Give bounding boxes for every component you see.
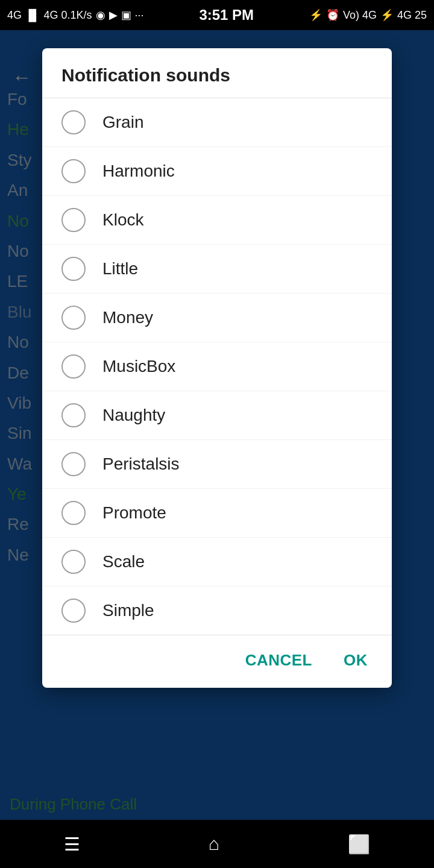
list-item[interactable]: Little xyxy=(42,245,392,294)
radio-musicbox[interactable] xyxy=(61,354,86,379)
radio-little[interactable] xyxy=(61,257,86,281)
sound-label-money: Money xyxy=(102,308,153,327)
sound-label-peristalsis: Peristalsis xyxy=(102,454,180,474)
sound-label-promote: Promote xyxy=(102,503,166,523)
cancel-button[interactable]: CANCEL xyxy=(236,645,322,676)
radio-klock[interactable] xyxy=(61,208,86,232)
status-time: 3:51 PM xyxy=(199,7,254,24)
play-icon: ▶ xyxy=(109,8,118,22)
status-left: 4G ▐▌ 4G 0.1K/s ◉ ▶ ▣ ··· xyxy=(7,8,144,22)
list-item[interactable]: Klock xyxy=(42,196,392,245)
sound-label-simple: Simple xyxy=(102,601,154,620)
speed-indicator: 4G 0.1K/s xyxy=(44,9,92,22)
sound-label-grain: Grain xyxy=(102,113,143,132)
sound-options-list: Grain Harmonic Klock Little Money MusicB xyxy=(42,98,392,635)
menu-nav-icon[interactable]: ☰ xyxy=(64,834,80,855)
bottom-nav-bar: ☰ ⌂ ⬜ xyxy=(0,820,434,868)
list-item[interactable]: MusicBox xyxy=(42,342,392,391)
sound-label-naughty: Naughty xyxy=(102,406,165,425)
sound-label-scale: Scale xyxy=(102,552,145,571)
lte-indicator: Vo) 4G xyxy=(343,9,377,22)
sound-label-musicbox: MusicBox xyxy=(102,357,175,376)
radio-naughty[interactable] xyxy=(61,403,86,427)
list-item[interactable]: Scale xyxy=(42,538,392,587)
list-item[interactable]: Harmonic xyxy=(42,147,392,196)
list-item[interactable]: Grain xyxy=(42,98,392,147)
list-item[interactable]: Promote xyxy=(42,489,392,538)
sound-label-klock: Klock xyxy=(102,210,143,230)
radio-grain[interactable] xyxy=(61,110,86,134)
audio-icon: ◉ xyxy=(96,8,105,22)
more-icon: ··· xyxy=(135,9,144,22)
home-nav-icon[interactable]: ⌂ xyxy=(209,834,219,854)
radio-scale[interactable] xyxy=(61,550,86,574)
battery-level: 4G 25 xyxy=(397,9,427,22)
back-nav-icon[interactable]: ⬜ xyxy=(348,834,370,855)
radio-promote[interactable] xyxy=(61,501,86,525)
list-item[interactable]: Money xyxy=(42,294,392,342)
sound-label-little: Little xyxy=(102,259,138,278)
dialog-title: Notification sounds xyxy=(42,48,392,98)
battery-icon: ⚡ xyxy=(380,8,394,22)
radio-simple[interactable] xyxy=(61,599,86,623)
radio-money[interactable] xyxy=(61,306,86,330)
signal-icon: 4G ▐▌ xyxy=(7,9,40,22)
sound-label-harmonic: Harmonic xyxy=(102,162,175,181)
dialog-overlay: Notification sounds Grain Harmonic Klock… xyxy=(0,30,434,868)
status-right: ⚡ ⏰ Vo) 4G ⚡ 4G 25 xyxy=(309,8,427,22)
list-item[interactable]: Naughty xyxy=(42,391,392,440)
radio-peristalsis[interactable] xyxy=(61,452,86,476)
radio-harmonic[interactable] xyxy=(61,159,86,183)
screenshot-icon: ▣ xyxy=(121,8,131,22)
alarm-icon: ⏰ xyxy=(326,8,339,22)
list-item[interactable]: Peristalsis xyxy=(42,440,392,489)
list-item[interactable]: Simple xyxy=(42,587,392,635)
status-bar: 4G ▐▌ 4G 0.1K/s ◉ ▶ ▣ ··· 3:51 PM ⚡ ⏰ Vo… xyxy=(0,0,434,30)
bluetooth-icon: ⚡ xyxy=(309,8,322,22)
dialog-actions: CANCEL OK xyxy=(42,635,392,688)
ok-button[interactable]: OK xyxy=(334,645,377,676)
notification-sounds-dialog: Notification sounds Grain Harmonic Klock… xyxy=(42,48,392,688)
